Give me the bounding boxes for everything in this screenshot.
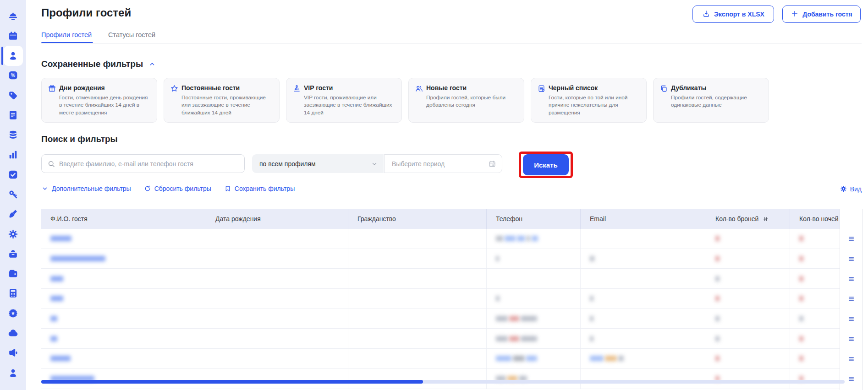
save-filters-link[interactable]: Сохранить фильтры: [224, 185, 295, 192]
doc-x-icon: [537, 84, 546, 93]
tabs-divider: [41, 43, 862, 43]
card-description: Гости, которые по той или иной причине н…: [549, 94, 641, 116]
sidebar-item-coins[interactable]: [7, 129, 19, 141]
sidebar-item-service-bell[interactable]: [7, 11, 19, 22]
row-menu-button[interactable]: [840, 349, 862, 369]
sidebar-item-settings-gear[interactable]: [7, 228, 19, 240]
cell-birth-date: [206, 309, 348, 329]
guest-search-field[interactable]: [41, 154, 245, 173]
sidebar-item-discount-percent[interactable]: %: [7, 70, 19, 81]
sidebar-item-guest-person[interactable]: [7, 50, 19, 61]
row-menu-button[interactable]: [840, 329, 862, 349]
blurred-text: [605, 356, 617, 361]
sidebar-item-document[interactable]: [7, 109, 19, 121]
cell-email: [581, 329, 706, 348]
cell-email: [581, 349, 706, 368]
row-menu-button[interactable]: [840, 289, 862, 309]
tab-guest-profiles[interactable]: Профили гостей: [41, 31, 92, 38]
cell-citizenship: [348, 289, 487, 309]
sidebar-item-housekeeping-broom[interactable]: [7, 208, 19, 220]
period-picker[interactable]: Выберите период: [384, 154, 502, 173]
row-menu-button[interactable]: [840, 249, 862, 269]
saved-filter-card[interactable]: Дни рожденияГости, отмечающие день рожде…: [41, 78, 157, 123]
search-filters-title: Поиск и фильтры: [41, 134, 118, 144]
view-settings-link[interactable]: Вид: [840, 185, 862, 193]
saved-filter-card[interactable]: ДубликатыПрофили гостей, содержащие один…: [653, 78, 769, 123]
blurred-text: [715, 296, 720, 301]
search-scope-select[interactable]: по всем профилям: [252, 154, 384, 173]
sidebar-item-security-badge[interactable]: [7, 308, 19, 319]
saved-filter-card[interactable]: VIP гостиVIP гости, проживающие или заез…: [286, 78, 402, 123]
cell-guest-name[interactable]: [41, 269, 206, 288]
table-row: [41, 289, 845, 309]
add-guest-button[interactable]: Добавить гостя: [782, 5, 861, 23]
cell-bookings-count: [706, 369, 790, 389]
cell-guest-name[interactable]: [41, 309, 206, 329]
plus-icon: [791, 10, 799, 19]
reset-filters-link[interactable]: Сбросить фильтры: [144, 185, 211, 192]
saved-filter-cards: Дни рожденияГости, отмечающие день рожде…: [41, 78, 769, 123]
cell-guest-name[interactable]: [41, 329, 206, 348]
row-menu-button[interactable]: [840, 229, 862, 249]
column-header-6[interactable]: Кол-во броней: [706, 209, 790, 229]
cell-guest-name[interactable]: [41, 289, 206, 309]
cell-email: [581, 309, 706, 329]
blurred-text: [509, 336, 519, 341]
horizontal-scrollbar[interactable]: [41, 380, 845, 384]
sidebar-item-pot[interactable]: [7, 248, 19, 260]
table-row: [41, 229, 845, 249]
cell-guest-name[interactable]: [41, 229, 206, 249]
additional-filters-link[interactable]: Дополнительные фильтры: [41, 185, 131, 192]
cell-guest-name[interactable]: [41, 369, 206, 389]
column-header-3[interactable]: Гражданство: [348, 209, 487, 229]
cell-nights-count: [790, 349, 845, 368]
cell-guest-name[interactable]: [41, 249, 206, 269]
row-menu-button[interactable]: [840, 309, 862, 329]
cell-guest-name[interactable]: [41, 349, 206, 368]
sidebar-item-calendar[interactable]: [7, 30, 19, 42]
sidebar-item-cloud[interactable]: [7, 327, 19, 339]
saved-filter-card[interactable]: Новые гостиПрофили гостей, которые были …: [408, 78, 524, 123]
search-button[interactable]: Искать: [523, 154, 569, 175]
column-header-4[interactable]: Телефон: [487, 209, 581, 229]
sidebar-item-megaphone[interactable]: [7, 347, 19, 358]
cell-citizenship: [348, 329, 487, 348]
blurred-text: [50, 236, 71, 241]
sidebar-item-tag[interactable]: [7, 90, 19, 101]
column-header-2[interactable]: Дата рождения: [206, 209, 348, 229]
column-header-7[interactable]: Кол-во ночей: [790, 209, 845, 229]
column-header-5[interactable]: Email: [581, 209, 706, 229]
row-menu-button[interactable]: [840, 269, 862, 289]
row-actions-column: [840, 209, 863, 390]
scrollbar-thumb[interactable]: [41, 380, 423, 384]
row-menu-button[interactable]: [840, 369, 862, 389]
sidebar-item-task-check[interactable]: [7, 169, 19, 180]
saved-filter-card[interactable]: Черный списокГости, которые по той или и…: [531, 78, 647, 123]
cell-bookings-count: [706, 289, 790, 309]
sidebar-item-bar-chart[interactable]: [7, 149, 19, 160]
export-xlsx-button[interactable]: Экспорт в XLSX: [692, 5, 774, 23]
tag-icon: [7, 90, 19, 101]
search-input[interactable]: [59, 160, 239, 168]
blurred-text: [50, 296, 63, 301]
sidebar-item-profile-person[interactable]: [7, 367, 19, 379]
blurred-text: [496, 256, 499, 261]
cell-phone: [487, 329, 581, 348]
tab-guest-statuses[interactable]: Статусы гостей: [108, 31, 155, 38]
cell-nights-count: [790, 249, 845, 269]
hamburger-menu-icon: [847, 355, 856, 363]
card-title: Новые гости: [426, 84, 518, 92]
blurred-text: [532, 236, 538, 241]
sidebar-item-calculator[interactable]: [7, 287, 19, 299]
card-title: VIP гости: [304, 84, 396, 92]
table-row: [41, 349, 845, 369]
blurred-text: [50, 256, 105, 261]
sidebar-item-keys[interactable]: [7, 189, 19, 200]
collapse-chevron-up-icon[interactable]: [148, 60, 156, 68]
cell-nights-count: [790, 369, 845, 389]
cell-email: [581, 269, 706, 288]
column-header-1[interactable]: Ф.И.О. гостя: [41, 209, 206, 229]
saved-filter-card[interactable]: Постоянные гостиПостоянные гости, прожив…: [164, 78, 280, 123]
sidebar-item-wallet[interactable]: [7, 268, 19, 279]
blurred-text: [50, 276, 63, 282]
